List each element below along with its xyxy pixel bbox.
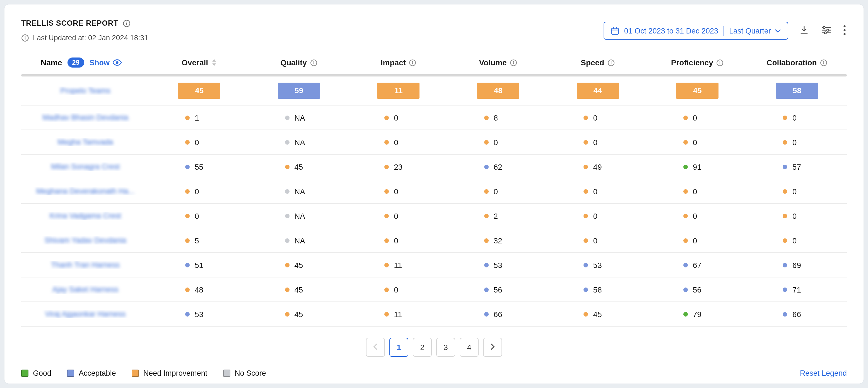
- topbar-actions: 01 Oct 2023 to 31 Dec 2023 Last Quarter: [603, 22, 847, 40]
- score-cell: 48: [150, 285, 249, 294]
- score-value: 0: [793, 138, 797, 147]
- score-cell: 0: [349, 236, 448, 245]
- member-name-link[interactable]: Ajay Saket Harness: [52, 285, 118, 294]
- member-name-link[interactable]: Viraj Ajgaonkar Harness: [45, 310, 125, 318]
- title-info-icon[interactable]: [123, 19, 130, 27]
- legend-item-acceptable[interactable]: Acceptable: [67, 369, 116, 378]
- trellis-report-card: TRELLIS SCORE REPORT Last Updated at: 02…: [4, 4, 864, 384]
- download-button[interactable]: [798, 24, 810, 37]
- date-range-button[interactable]: 01 Oct 2023 to 31 Dec 2023 Last Quarter: [603, 22, 788, 40]
- download-icon: [799, 25, 809, 36]
- score-cell: NA: [249, 113, 349, 122]
- score-chip[interactable]: 59: [278, 83, 320, 99]
- score-value: 0: [394, 187, 398, 196]
- member-name-link[interactable]: Madhav Bhasin Devdania: [42, 113, 128, 122]
- score-cell: 45: [150, 83, 249, 99]
- score-cell: 32: [448, 236, 548, 245]
- team-name-link[interactable]: Propelo Teams: [60, 87, 111, 95]
- score-dot: [683, 140, 688, 144]
- score-chip[interactable]: 48: [477, 83, 519, 99]
- page-button-4[interactable]: 4: [460, 338, 478, 357]
- score-dot: [584, 115, 588, 120]
- score-value: 45: [294, 261, 303, 269]
- score-dot: [484, 165, 488, 169]
- member-name-link[interactable]: Thanh Tran Harness: [51, 261, 120, 269]
- score-value: NA: [294, 138, 305, 147]
- more-menu-button[interactable]: [842, 24, 847, 38]
- score-value: 53: [493, 261, 502, 269]
- score-cell: 69: [747, 261, 847, 269]
- next-page-button[interactable]: [483, 338, 502, 357]
- score-cell: 45: [249, 162, 349, 171]
- score-cell: 11: [349, 261, 448, 269]
- score-cell: 0: [648, 187, 747, 196]
- info-icon[interactable]: [310, 59, 317, 66]
- score-cell: 51: [150, 261, 249, 269]
- score-cell: 45: [249, 285, 349, 294]
- score-cell: 0: [648, 138, 747, 147]
- legend-item-no_score[interactable]: No Score: [223, 369, 266, 378]
- info-icon[interactable]: [717, 59, 724, 66]
- score-value: 0: [493, 138, 498, 147]
- score-dot: [584, 312, 588, 316]
- info-icon[interactable]: [510, 59, 518, 66]
- legend-item-need_improvement[interactable]: Need Improvement: [132, 369, 208, 378]
- score-dot: [484, 115, 488, 120]
- member-name-link[interactable]: Krina Vadgama Crest: [50, 212, 121, 220]
- score-chip[interactable]: 58: [776, 83, 818, 99]
- sort-icon[interactable]: [211, 59, 217, 66]
- score-value: 45: [294, 162, 303, 171]
- score-dot: [683, 312, 688, 316]
- score-chip[interactable]: 11: [377, 83, 420, 99]
- legend-item-good[interactable]: Good: [21, 369, 51, 378]
- score-dot: [185, 165, 190, 169]
- name-cell: Megha Tamvada: [21, 138, 150, 146]
- score-dot: [384, 238, 389, 243]
- column-header-label: Speed: [581, 58, 604, 67]
- column-header-name: Name 29 Show: [21, 58, 150, 67]
- info-icon[interactable]: [608, 59, 615, 66]
- score-value: 51: [195, 261, 203, 269]
- page-button-3[interactable]: 3: [436, 338, 455, 357]
- score-dot: [185, 189, 190, 193]
- settings-button[interactable]: [820, 24, 832, 37]
- score-value: 0: [394, 138, 398, 147]
- score-chip[interactable]: 44: [577, 83, 619, 99]
- legend-swatch: [132, 369, 139, 377]
- score-value: 55: [195, 162, 203, 171]
- score-value: 0: [394, 113, 398, 122]
- score-dot: [484, 287, 488, 292]
- score-cell: 53: [448, 261, 548, 269]
- reset-legend-link[interactable]: Reset Legend: [800, 369, 847, 378]
- show-names-toggle[interactable]: Show: [90, 58, 121, 67]
- score-value: 56: [693, 285, 702, 294]
- table-row: Meghana Deverakonath Ha...0NA00000: [21, 179, 847, 204]
- member-name-link[interactable]: Meghana Deverakonath Ha...: [36, 187, 135, 196]
- score-value: 45: [294, 309, 303, 319]
- score-value: NA: [294, 211, 305, 220]
- score-value: 0: [693, 138, 697, 147]
- score-chip[interactable]: 45: [178, 83, 221, 99]
- score-value: 0: [394, 211, 398, 220]
- score-cell: 49: [548, 162, 648, 171]
- legend-swatch: [223, 369, 230, 377]
- page-button-1[interactable]: 1: [390, 338, 408, 357]
- member-count-badge: 29: [67, 58, 84, 67]
- member-name-link[interactable]: Shivam Yadav Devdania: [44, 236, 126, 244]
- info-icon[interactable]: [820, 59, 828, 66]
- member-name-link[interactable]: Megha Tamvada: [58, 138, 113, 146]
- score-cell: NA: [249, 187, 349, 196]
- chevron-right-icon: [490, 343, 495, 352]
- pagination: 1234: [21, 338, 847, 357]
- score-cell: 0: [150, 138, 249, 147]
- prev-page-button[interactable]: [366, 338, 385, 357]
- name-cell: Milan Sonagra Crest: [21, 162, 150, 171]
- page-button-2[interactable]: 2: [413, 338, 432, 357]
- info-icon[interactable]: [409, 59, 416, 66]
- score-cell: 45: [548, 309, 648, 319]
- member-name-link[interactable]: Milan Sonagra Crest: [51, 162, 120, 171]
- score-cell: 0: [747, 236, 847, 245]
- score-dot: [285, 140, 289, 144]
- score-dot: [484, 263, 488, 267]
- score-chip[interactable]: 45: [676, 83, 718, 99]
